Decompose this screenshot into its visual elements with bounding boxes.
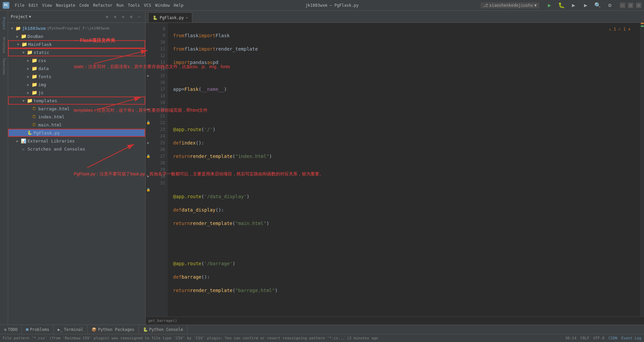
profile-button[interactable]: ▶ <box>581 1 590 10</box>
tree-item-label: PgFlask.py <box>34 130 60 135</box>
tab-label: Problems <box>30 327 49 332</box>
tree-item-js[interactable]: ▶ 📁 js <box>8 89 145 97</box>
tree-item-mainflask[interactable]: ▼ 📁 MainFlask <box>8 40 145 48</box>
menu-vcs[interactable]: VCS <box>144 3 151 8</box>
python-file-icon: 🐍 <box>153 15 158 20</box>
tree-item-label: DouBan <box>28 34 43 39</box>
editor-area: 🐍 PgFlask.py ✕ ▶ <box>146 11 644 325</box>
menu-code[interactable]: Code <box>79 3 89 8</box>
tree-item-barrage-html[interactable]: 🗒 barrage.html <box>8 105 145 113</box>
tree-item-index-html[interactable]: 🗒 index.html <box>8 113 145 121</box>
collapse-icon[interactable]: ≡ <box>112 13 118 20</box>
packages-icon: 📦 <box>92 327 97 332</box>
status-message: File pattern '*.csv' (from 'Rainbow CSV'… <box>3 336 378 340</box>
cursor-position: 30:14 <box>565 336 576 340</box>
side-tab-structure[interactable]: Structure <box>0 35 8 55</box>
arrow-icon: ▼ <box>21 51 26 54</box>
tree-item-ext-libs[interactable]: ▶ 📊 External Libraries <box>8 137 145 145</box>
folder-icon: 📁 <box>31 66 38 71</box>
tree-item-label: MainFlask <box>28 42 52 47</box>
arrow-icon: ▶ <box>25 67 31 70</box>
sort-icon[interactable]: ⇌ <box>120 13 126 20</box>
settings-icon[interactable]: ⚙ <box>128 13 135 20</box>
tree-item-fonts[interactable]: ▶ 📁 fonts <box>8 72 145 80</box>
coverage-button[interactable]: ▶ <box>569 1 578 10</box>
menu-refactor[interactable]: Refactor <box>93 3 112 8</box>
file-tree: ▼ 📁 jk1803wxm [PythonProgram] F:\jk1803w… <box>8 23 145 325</box>
tree-item-templates[interactable]: ▼ 📁 templates <box>8 97 145 105</box>
tab-python-console[interactable]: 🐍 Python Console <box>139 325 187 334</box>
menu-file[interactable]: File <box>15 3 24 8</box>
tab-todo[interactable]: ≡ TODO <box>0 325 22 334</box>
menu-run[interactable]: Run <box>116 3 124 8</box>
panel-title: Project ▼ <box>11 14 31 19</box>
folder-icon: 📁 <box>31 58 38 63</box>
menu-edit[interactable]: Edit <box>29 3 38 8</box>
tab-bar: 🐍 PgFlask.py ✕ <box>146 11 644 23</box>
git-icon: ⎇ <box>483 3 488 8</box>
status-bar: File pattern '*.csv' (from 'Rainbow CSV'… <box>0 334 644 342</box>
tree-item-label: css <box>38 58 46 63</box>
menu-window[interactable]: Window <box>155 3 170 8</box>
code-content[interactable]: from flask import Flask from flask impor… <box>168 23 640 317</box>
menu-view[interactable]: View <box>42 3 52 8</box>
folder-icon: 📁 <box>26 98 33 103</box>
arrow-icon: ▼ <box>9 26 15 30</box>
maximize-button[interactable]: □ <box>628 3 633 8</box>
arrow-icon: ▶ <box>25 59 31 62</box>
event-log[interactable]: Event Log <box>621 336 641 340</box>
line-separator: CRLF <box>580 336 589 340</box>
side-tab-favorites[interactable]: Favorites <box>0 56 8 76</box>
menu-tools[interactable]: Tools <box>128 3 140 8</box>
arrow-icon <box>21 131 26 135</box>
editor-tab-pgflask[interactable]: 🐍 PgFlask.py ✕ <box>148 12 192 22</box>
tree-item-img[interactable]: ▶ 📁 img <box>8 80 145 89</box>
tree-item-label: data <box>38 66 49 71</box>
folder-icon: 📁 <box>31 74 38 79</box>
settings-icon[interactable]: ⚙ <box>605 1 614 10</box>
tree-item-label: js <box>38 90 44 95</box>
tree-item-main-html[interactable]: 🗒 main.html <box>8 121 145 129</box>
tree-item-static[interactable]: ▼ 📁 static <box>8 48 145 56</box>
line-numbers: 8 9 10 11 12 13 14 15 16 17 18 19 20 21 … <box>151 23 168 317</box>
run-button[interactable]: ▶ <box>545 1 554 10</box>
tree-item-label: templates <box>34 98 57 103</box>
tab-problems[interactable]: Problems <box>22 325 54 334</box>
chevron-down-icon: ▼ <box>534 3 537 8</box>
tab-terminal[interactable]: ▶_ Terminal <box>54 325 88 334</box>
close-button[interactable]: ✕ <box>636 3 641 8</box>
tree-item-root[interactable]: ▼ 📁 jk1803wxm [PythonProgram] F:\jk1803w… <box>8 24 145 32</box>
library-icon: 📊 <box>20 138 27 144</box>
debug-button[interactable]: 🐛 <box>557 1 566 10</box>
minimize-button[interactable]: – <box>620 3 625 8</box>
tree-item-pgflask-py[interactable]: 🐍 PgFlask.py <box>8 129 145 137</box>
menu-bar[interactable]: File Edit View Navigate Code Refactor Ru… <box>15 3 183 8</box>
code-editor[interactable]: ▶ ▶ 🔒 ▶ 🔒 ▶ <box>146 23 644 317</box>
arrow-icon <box>25 123 31 127</box>
folder-icon: 📁 <box>31 82 38 87</box>
menu-navigate[interactable]: Navigate <box>56 3 75 8</box>
search-button[interactable]: 🔍 <box>593 1 602 10</box>
tree-item-css[interactable]: ▶ 📁 css <box>8 56 145 64</box>
problems-dot <box>26 328 29 331</box>
html-file-icon: 🗒 <box>31 106 38 111</box>
branch-selector[interactable]: ⎇ xiaoshenkedejiushu ▼ <box>481 2 539 8</box>
tab-label: Python Packages <box>98 327 134 332</box>
locate-icon[interactable]: ⊕ <box>104 13 110 20</box>
tab-python-packages[interactable]: 📦 Python Packages <box>88 325 139 334</box>
terminal-icon: ▶_ <box>58 327 62 332</box>
tree-item-data[interactable]: ▶ 📁 data <box>8 64 145 72</box>
branch-name: xiaoshenkedejiushu <box>489 3 533 8</box>
tab-close-button[interactable]: ✕ <box>186 16 188 19</box>
csdn-label: CSDN <box>608 336 618 340</box>
tree-item-suffix: [PythonProgram] F:\jk1803wxm <box>47 26 109 31</box>
html-file-icon: 🗒 <box>31 114 38 119</box>
tree-item-label: img <box>38 82 46 87</box>
function-breadcrumb: get_barrage() <box>148 319 177 323</box>
arrow-icon: ▶ <box>25 75 31 78</box>
tree-item-douban[interactable]: ▶ 📁 DouBan <box>8 32 145 40</box>
hide-icon[interactable]: – <box>136 13 143 20</box>
menu-help[interactable]: Help <box>174 3 183 8</box>
tree-item-scratches[interactable]: ✏ Scratches and Consoles <box>8 145 145 153</box>
side-tab-project[interactable]: Project <box>0 13 8 34</box>
